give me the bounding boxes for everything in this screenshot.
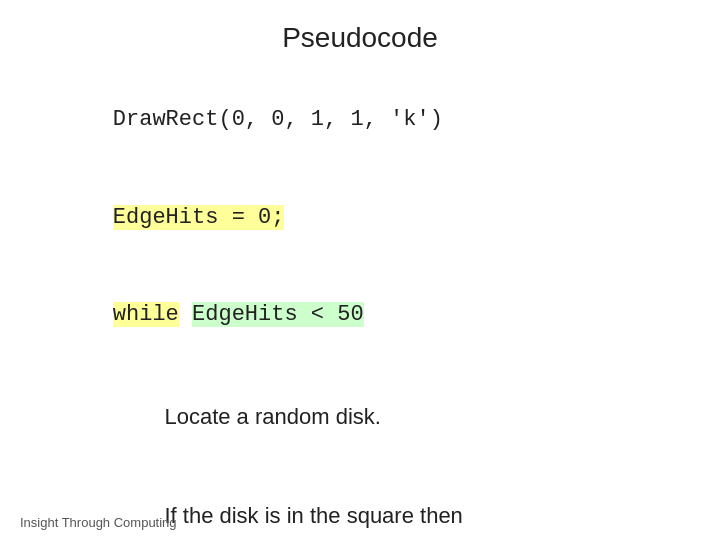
while-condition-text: EdgeHits < 50 (192, 302, 364, 327)
line-edge-hits-init: EdgeHits = 0; (60, 170, 720, 266)
locate-text: Locate a random disk. (164, 404, 380, 429)
footer: Insight Through Computing (20, 515, 177, 530)
if-disk-text: If the disk is in the square then (164, 503, 462, 528)
while-space (179, 302, 192, 327)
page-title: Pseudocode (0, 0, 720, 72)
edge-hits-init-text: EdgeHits = 0; (113, 205, 285, 230)
draw-rect-text: DrawRect(0, 0, 1, 1, 'k') (113, 107, 443, 132)
content-area: DrawRect(0, 0, 1, 1, 'k') EdgeHits = 0; … (0, 72, 720, 540)
line-draw-rect: DrawRect(0, 0, 1, 1, 'k') (60, 72, 720, 168)
while-keyword: while (113, 302, 179, 327)
line-while: while EdgeHits < 50 (60, 267, 720, 363)
line-locate: Locate a random disk. (60, 367, 720, 466)
